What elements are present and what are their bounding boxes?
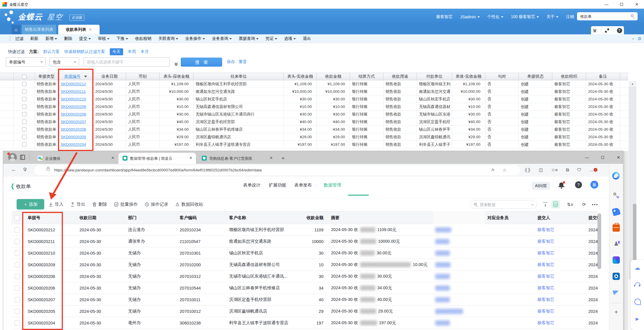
sidebar-tools-icon[interactable] (613, 224, 620, 232)
erp-table-row[interactable]: 销售收款单 SKD00020206 2024/5/30 人民币 ¥34.00 锡… (0, 126, 628, 133)
col-header-status[interactable]: 单据状态 (519, 73, 552, 80)
jd-table-row[interactable]: SKD00020205 2024-05-30 无锡办 207010012 滨湖区… (12, 306, 597, 317)
erp-table-row[interactable]: 销售收款单 SKD00020204 2024/5/30 人民币 ¥197.00 … (0, 141, 628, 148)
row-checkbox[interactable] (22, 89, 26, 94)
menubar-item[interactable]: 退出 (303, 36, 311, 41)
erp-top-menu-item[interactable]: 关于 (546, 14, 558, 19)
col-header-real[interactable]: 表头-实收金额 (284, 73, 317, 80)
browser-tab-wechat[interactable]: 企业微信 ✕ (33, 153, 118, 164)
erp-table-row[interactable]: 销售收款单 SKD00020212 2024/5/30 人民币 ¥1,109.0… (0, 80, 628, 88)
menubar-item[interactable]: 凭证 (266, 36, 277, 41)
refresh-data-icon[interactable]: ⟳ (581, 201, 587, 208)
sidebar-m365-icon[interactable] (613, 256, 620, 264)
delete-button[interactable]: 删除 (92, 202, 107, 207)
jd-help-icon[interactable]: ? (575, 181, 582, 188)
cell-billno-link[interactable]: SKD00020206 (61, 127, 86, 132)
erp-top-menu-item[interactable]: 100 极客智芯 (511, 14, 539, 19)
sidebar-shopping-icon[interactable] (612, 207, 621, 216)
today-button[interactable]: 今天 (110, 48, 123, 55)
nav-form-design[interactable]: 表单设计 (243, 182, 261, 188)
browser-maximize-button[interactable] (598, 155, 608, 161)
erp-scrollbar-thumb[interactable] (633, 204, 636, 262)
row-checkbox[interactable] (22, 82, 26, 86)
col-submitter[interactable]: 提交人 (533, 212, 583, 224)
erp-table-row[interactable]: 销售收款单 SKD00020208 2024/5/30 人民币 ¥30.00 无… (0, 111, 628, 118)
col-header-unit[interactable]: 往来单位 (194, 73, 284, 80)
save-link[interactable]: 保存 (227, 59, 235, 65)
col-header-real2[interactable]: 表体-实收金额 (452, 73, 485, 80)
read-aloud-icon[interactable]: Aᵎ (491, 168, 494, 172)
col-header-org[interactable]: 收款组织 (552, 73, 586, 80)
sidebar-games-icon[interactable]: ♟ (613, 240, 620, 247)
favorites-icon[interactable]: ☆≡ (551, 167, 558, 173)
cell-billno-link[interactable]: SKD00020205 (61, 135, 86, 139)
filter-field-select[interactable]: 单据编号 (6, 57, 46, 67)
row-checkbox[interactable] (22, 142, 26, 147)
menubar-item[interactable]: 收款核销 (135, 36, 151, 41)
plan-default-link[interactable]: 默认方案 (43, 49, 60, 54)
cell-billno-link[interactable]: SKD00020211 (61, 89, 86, 94)
extensions-icon[interactable]: ⦃⦄ (524, 167, 531, 173)
col-header-usage[interactable]: 收款用途 (383, 73, 417, 80)
erp-table-row[interactable]: 销售收款单 SKD00020205 2024/5/30 人民币 ¥29.00 滨… (0, 133, 628, 141)
tab-close-icon[interactable]: ✕ (189, 156, 192, 160)
bell-icon[interactable] (558, 182, 565, 188)
jd-table-row[interactable]: SKD00020206 2024-05-30 无锡办 207010544 锡山区… (12, 282, 597, 294)
menubar-item[interactable]: 删除 (64, 36, 72, 41)
menubar-item[interactable]: 业务查询 (212, 36, 232, 41)
cloud-icon[interactable]: ☁ (634, 264, 641, 272)
week-button[interactable]: 本周 (128, 49, 136, 54)
erp-table-row[interactable]: 销售收款单 SKD00020209 2024/5/30 人民币 ¥10.00 无… (0, 103, 628, 111)
col-date[interactable]: 收款日期 (75, 212, 123, 224)
sidebar-drop-icon[interactable] (613, 288, 620, 296)
col-header-note[interactable]: 备注 (586, 73, 620, 80)
erp-table-row[interactable]: 销售收款单 SKD00020207 2024/5/30 人民币 ¥40.00 滨… (0, 118, 628, 126)
col-dept[interactable]: 部门 (123, 212, 175, 224)
erp-top-menu-item[interactable]: JSadmin (460, 15, 480, 19)
play-icon[interactable]: ▶ (634, 315, 641, 323)
col-header-currency[interactable]: 币别 (126, 73, 160, 80)
import-button[interactable]: 导入 (49, 202, 63, 207)
browser-minimize-button[interactable]: — (582, 155, 592, 161)
menubar-item[interactable]: 下推 (116, 36, 128, 41)
sidebar-add-icon[interactable]: ＋ (613, 308, 620, 315)
col-header-type[interactable]: 单据类型 (35, 73, 58, 80)
cell-billno-link[interactable]: SKD00020210 (61, 97, 86, 101)
chat-smiley-icon[interactable] (634, 298, 641, 305)
jd-scrollbar-thumb[interactable] (597, 213, 601, 269)
row-checkbox[interactable] (22, 104, 26, 109)
cell-submitter-link[interactable]: 极客智芯 (537, 274, 554, 279)
op-record-button[interactable]: 操作记录 (145, 202, 168, 207)
col-custname[interactable]: 客户名称 (223, 212, 298, 224)
menubar-item[interactable]: 选项 (284, 36, 296, 41)
cell-billno-link[interactable]: SKD00020209 (61, 104, 86, 109)
favorite-star-icon[interactable]: ☆ (503, 168, 507, 173)
display-field-icon[interactable] (551, 200, 560, 208)
erp-scrollbar-up-icon[interactable]: ▲ (629, 81, 636, 87)
cell-submitter-link[interactable]: 极客智芯 (537, 262, 554, 267)
cell-submitter-link[interactable]: 极客智芯 (537, 297, 554, 302)
copilot-sidebar-icon[interactable] (612, 172, 620, 180)
col-digest[interactable]: 摘要 (327, 212, 432, 224)
row-checkbox[interactable] (15, 274, 20, 279)
col-submit-time[interactable]: 提交时间 (583, 212, 599, 224)
jd-table-row[interactable]: SKD00020209 2024-05-30 无锡办 207010200 无锡高… (12, 259, 597, 271)
menubar-item[interactable]: 业务操作 (185, 36, 205, 41)
row-checkbox[interactable] (15, 309, 20, 314)
col-billno[interactable]: 单据号 (22, 212, 75, 224)
row-checkbox[interactable] (15, 320, 20, 326)
row-checkbox[interactable] (22, 120, 26, 124)
new-tab-button[interactable]: ＋ (280, 155, 286, 162)
nav-extensions[interactable]: 扩展功能 (269, 182, 286, 188)
collapse-toolbar-icon[interactable]: ▾ (632, 37, 634, 40)
cell-billno-link[interactable]: SKD00020212 (61, 82, 86, 86)
cell-submitter-link[interactable]: 极客智芯 (537, 239, 554, 244)
jd-table-row[interactable]: SKD00020208 2024-05-30 无锡办 207010312 无锡市… (12, 271, 597, 282)
erp-top-menu-item[interactable]: 极客智芯 (436, 14, 452, 19)
menubar-item[interactable]: 过滤 (15, 36, 23, 41)
cell-billno-link[interactable]: SKD00020204 (61, 142, 86, 147)
search-icon[interactable] (631, 14, 634, 17)
gear-icon[interactable]: ⚙ (638, 36, 641, 41)
tab-sales-outbound-list[interactable]: 销售出库单列表 (22, 25, 56, 34)
cell-billno-link[interactable]: SKD00020208 (61, 112, 86, 116)
